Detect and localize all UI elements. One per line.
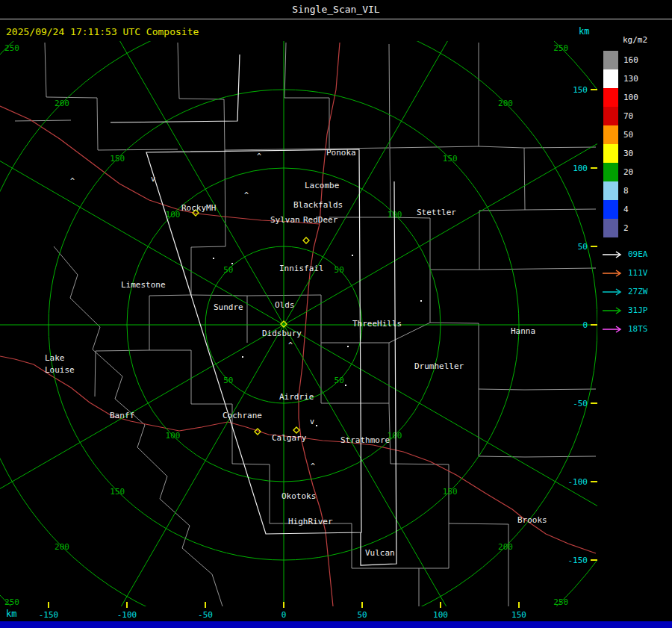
range-ring-label: 250 — [4, 597, 19, 607]
town-dot — [242, 356, 243, 358]
legend-color-swatch — [603, 219, 618, 237]
county-boundary-line — [45, 43, 178, 150]
legend-scale-value: 4 — [623, 205, 629, 214]
town-caret-marker: ^ — [70, 177, 75, 185]
city-label-louise: Louise — [45, 365, 75, 375]
town-dot — [316, 425, 317, 426]
town-dot — [352, 255, 353, 256]
legend-color-swatch — [603, 144, 618, 163]
range-ring-label: 200 — [498, 99, 513, 108]
legend-scale-row: 20 — [597, 163, 672, 181]
legend-site-row: 27ZW — [597, 282, 672, 301]
town-caret-marker: ^ — [244, 191, 249, 199]
chevron-marker: v — [310, 417, 314, 426]
city-label-innisfail: Innisfail — [279, 264, 324, 273]
county-boundary-line — [524, 147, 596, 148]
x-axis-label: 0 — [281, 610, 287, 620]
legend-scale-row: 70 — [597, 107, 672, 125]
y-axis-label: 0 — [582, 320, 588, 330]
legend-color-swatch — [603, 181, 618, 200]
legend-color-swatch — [603, 200, 618, 219]
site-arrow-icon — [602, 325, 624, 334]
scan-timestamp: 2025/09/24 17:11:53 UTC Composite — [6, 26, 199, 37]
legend-scale-value: 2 — [623, 223, 629, 233]
city-label-lacombe: Lacombe — [305, 181, 339, 190]
legend-color-swatch — [603, 163, 618, 181]
city-label-banff: Banff — [110, 411, 134, 420]
legend-scale-value: 70 — [623, 111, 633, 121]
legend-site-row: 18TS — [597, 320, 672, 338]
city-label-calgary: Calgary — [272, 433, 307, 443]
y-axis-label: 50 — [578, 242, 588, 252]
city-label-hanna: Hanna — [511, 326, 535, 336]
city-label-highriver: HighRiver — [288, 517, 333, 526]
color-scale: 16013010070503020842 — [597, 51, 672, 237]
y-axis-label: -50 — [573, 399, 588, 408]
legend-scale-value: 50 — [623, 130, 633, 140]
azimuth-spoke — [88, 325, 284, 628]
legend-scale-row: 130 — [597, 69, 672, 88]
y-axis-label: -100 — [568, 477, 588, 487]
city-label-okotoks: Okotoks — [281, 491, 316, 501]
range-ring-label: 200 — [498, 542, 513, 552]
legend-scale-row: 8 — [597, 181, 672, 200]
range-ring-label: 200 — [55, 542, 69, 552]
city-label-ponoka: Ponoka — [326, 148, 356, 158]
range-ring-label: 150 — [110, 487, 125, 497]
town-caret-marker: ^ — [288, 341, 293, 349]
x-axis-label: -150 — [39, 610, 59, 620]
legend-scale-value: 130 — [623, 74, 638, 84]
legend-scale-row: 100 — [597, 88, 672, 107]
y-axis-label: -150 — [568, 556, 588, 565]
bottom-status-bar — [0, 621, 672, 628]
range-ring-label: 200 — [55, 99, 69, 108]
legend-scale-value: 20 — [623, 167, 633, 177]
site-arrow-icon — [602, 269, 624, 278]
range-ring-label: 250 — [553, 597, 568, 607]
legend-scale-row: 30 — [597, 144, 672, 163]
y-axis-label: 150 — [573, 85, 588, 95]
legend-site-row: 09EA — [597, 245, 672, 264]
county-boundary-line — [525, 209, 596, 210]
city-label-olds: Olds — [275, 300, 295, 310]
y-axis-label: 100 — [573, 164, 588, 173]
range-ring-label: 150 — [443, 154, 458, 164]
county-boundary-line — [284, 43, 329, 149]
site-arrow-icon — [602, 287, 624, 296]
legend-scale-row: 50 — [597, 125, 672, 144]
county-boundary-line — [54, 246, 223, 606]
legend-unit-label: kg/m2 — [623, 35, 672, 45]
city-label-lake: Lake — [45, 353, 65, 363]
city-label-sylvan: Sylvan — [270, 215, 300, 225]
city-label-didsbury: Didsbury — [262, 329, 302, 338]
range-ring-label: 250 — [4, 43, 19, 53]
site-arrow-icon — [602, 250, 624, 259]
city-label-brooks: Brooks — [517, 515, 547, 525]
city-label-cochrane: Cochrane — [223, 411, 262, 420]
range-ring-label: 100 — [166, 210, 181, 220]
site-id-label: 18TS — [628, 324, 648, 334]
site-arrow-icon — [602, 306, 624, 315]
town-dot — [213, 258, 214, 259]
x-axis-label: 100 — [433, 610, 448, 620]
city-label-rockymh: RockyMH — [181, 203, 216, 213]
range-ring-label: 50 — [223, 376, 233, 385]
highway-line — [0, 106, 320, 224]
town-dot — [231, 263, 233, 264]
legend-panel: kg/m2 16013010070503020842 09EA111V27ZW3… — [597, 20, 672, 621]
scan-area-outline — [361, 181, 396, 565]
city-label-limestone: Limestone — [121, 280, 166, 290]
city-label-strathmore: Strathmore — [340, 435, 390, 445]
county-boundary-line — [479, 268, 596, 270]
chevron-marker: v — [151, 175, 155, 183]
site-id-label: 09EA — [628, 249, 648, 259]
radar-map-display: 5050505010010010010015015015015020020020… — [0, 0, 672, 628]
legend-scale-value: 160 — [623, 55, 638, 65]
town-dot — [347, 346, 349, 347]
range-ring-250 — [0, 0, 672, 628]
legend-site-row: 31JP — [597, 301, 672, 320]
range-ring-label: 250 — [553, 43, 568, 53]
city-label-blackfalds: Blackfalds — [293, 200, 343, 210]
county-boundary-line — [15, 120, 71, 121]
city-label-threehills: ThreeHills — [352, 319, 402, 329]
